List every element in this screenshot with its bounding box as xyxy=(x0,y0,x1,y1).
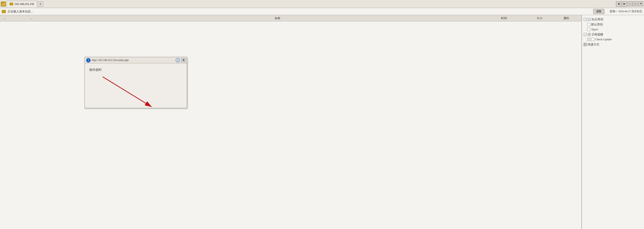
svg-rect-9 xyxy=(586,44,586,44)
read-button[interactable]: 读取 xyxy=(593,9,604,14)
calendar-label: 日程提醒 xyxy=(592,32,603,36)
popup-title-bar: i http://192.168.253.150/caidao.php 3 ✕ xyxy=(85,57,187,64)
address-folder-icon xyxy=(2,10,6,13)
minimize-button[interactable]: ─ xyxy=(628,1,632,6)
column-headers: ... ... 名称 时间 大小 属性 xyxy=(0,15,582,21)
type1-row[interactable]: Type1 xyxy=(586,27,643,32)
shortcut-icon xyxy=(584,43,587,46)
main-area: ... ... 名称 时间 大小 属性 i http://192.168.253… xyxy=(0,15,644,229)
default-category-row[interactable]: 默认类别 xyxy=(586,22,643,27)
svg-line-3 xyxy=(102,77,152,107)
site-category-section: − □ 站点类别 默认类别 Type1 xyxy=(583,17,643,32)
col-time: 时间 xyxy=(482,16,526,20)
arrow-svg xyxy=(98,72,160,112)
svg-rect-8 xyxy=(584,44,586,44)
calendar-collapse-icon[interactable]: − xyxy=(584,33,587,36)
tab-folder-icon xyxy=(10,3,13,5)
shortcut-label: 快捷方式 xyxy=(588,42,599,46)
loading-status: 正在载入基本信息... xyxy=(8,10,33,14)
col-attr: 属性 xyxy=(553,16,580,20)
popup-dialog: i http://192.168.253.150/caidao.php 3 ✕ … xyxy=(84,57,187,108)
check-update-label: Check Update xyxy=(595,38,612,41)
tab-label: 192.168.253.150 xyxy=(14,2,34,6)
nav-forward-button[interactable]: ► xyxy=(622,1,627,7)
site-category-expand-icon[interactable]: □ xyxy=(588,18,591,21)
check-update-expand-icon[interactable]: + xyxy=(587,38,590,41)
clock-icon xyxy=(588,33,591,36)
file-content: i http://192.168.253.150/caidao.php 3 ✕ … xyxy=(0,21,582,229)
col-dots2: ... xyxy=(28,16,73,20)
popup-url: http://192.168.253.150/caidao.php xyxy=(92,58,174,62)
address-bar: 正在载入基本信息... 读取 星期一 2020-04-27 四月初五 xyxy=(0,8,644,15)
svg-rect-1 xyxy=(2,3,3,4)
default-category-label: 默认类别 xyxy=(591,22,603,26)
shortcut-row[interactable]: 快捷方式 xyxy=(583,42,643,47)
site-category-header: − □ 站点类别 xyxy=(583,17,643,22)
site-category-label: 站点类别 xyxy=(592,17,603,21)
popup-badge: 3 xyxy=(176,58,180,62)
app-icon xyxy=(1,2,6,6)
svg-rect-10 xyxy=(584,45,586,46)
popup-body: 操作超时 xyxy=(85,64,187,108)
shortcut-section: 快捷方式 xyxy=(583,42,643,47)
info-icon: i xyxy=(86,58,90,62)
type1-checkbox[interactable] xyxy=(587,28,590,31)
popup-close-button[interactable]: ✕ xyxy=(182,58,186,62)
active-tab[interactable]: 192.168.253.150 xyxy=(7,1,37,7)
calendar-section: − 日程提醒 + Check Update xyxy=(583,32,643,42)
maximize-button[interactable]: □ xyxy=(633,1,638,6)
right-sidebar: − □ 站点类别 默认类别 Type1 − xyxy=(582,15,644,229)
add-tab-button[interactable]: + xyxy=(38,1,43,7)
red-arrow xyxy=(98,72,160,113)
title-bar: 192.168.253.150 + ◄ ► ─ □ ✕ xyxy=(0,0,644,8)
col-dots1: ... xyxy=(2,16,28,20)
default-category-checkbox[interactable] xyxy=(587,23,590,26)
col-size: 大小 xyxy=(526,16,553,20)
tab-bar: 192.168.253.150 + xyxy=(7,0,615,8)
col-name: 名称 xyxy=(73,16,482,20)
close-button[interactable]: ✕ xyxy=(638,1,643,6)
window-controls: ◄ ► ─ □ ✕ xyxy=(616,1,643,7)
popup-message: 操作超时 xyxy=(89,68,182,72)
nav-back-button[interactable]: ◄ xyxy=(616,1,621,7)
type1-label: Type1 xyxy=(591,28,598,31)
datetime-display: 星期一 2020-04-27 四月初五 xyxy=(610,10,642,13)
calendar-header: − 日程提醒 xyxy=(583,32,643,37)
site-category-collapse-icon[interactable]: − xyxy=(584,18,587,21)
file-panel: ... ... 名称 时间 大小 属性 i http://192.168.253… xyxy=(0,15,582,229)
check-update-row[interactable]: + Check Update xyxy=(586,37,643,42)
check-update-checkbox[interactable] xyxy=(591,38,594,41)
